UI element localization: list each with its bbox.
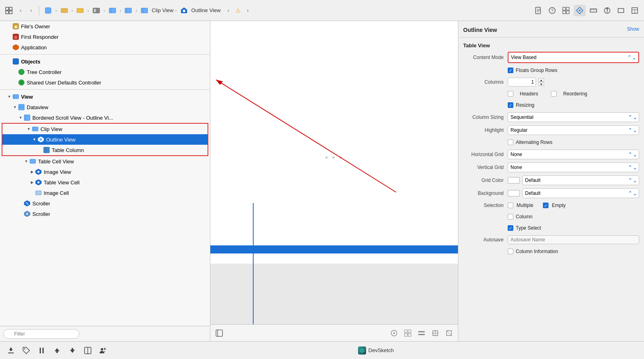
tree-item-table-column[interactable]: Table Column — [2, 145, 208, 155]
alternating-rows-checkbox[interactable] — [508, 139, 513, 145]
first-responder-icon: ◎ — [12, 33, 19, 40]
show-link[interactable]: Show — [627, 26, 639, 32]
breadcrumb-icon-1[interactable] — [42, 5, 54, 16]
bottom-people-icon[interactable] — [97, 344, 109, 357]
bottom-down-icon[interactable] — [66, 344, 78, 357]
breadcrumb-back[interactable]: ‹ — [224, 6, 233, 15]
background-label: Background — [463, 190, 508, 196]
columns-stepper[interactable]: ▲ ▼ — [538, 78, 544, 86]
tree-item-outline-view[interactable]: ▼ Outline View — [2, 134, 208, 145]
svg-rect-5 — [61, 8, 68, 13]
column-checkbox[interactable] — [508, 214, 513, 220]
tree-item-dataview[interactable]: ▼ Dataview — [0, 102, 210, 112]
svg-rect-78 — [405, 330, 407, 333]
bordered-scroll-icon — [23, 114, 31, 121]
tree-item-image-cell[interactable]: Image Cell — [0, 188, 210, 198]
grid-color-select[interactable]: Default — [522, 175, 639, 185]
tree-item-scroller-1[interactable]: Scroller — [0, 198, 210, 209]
grid-icon[interactable] — [3, 5, 15, 16]
tab-attributes-icon[interactable] — [574, 5, 586, 16]
tree-item-table-cell-view[interactable]: ▼ Table Cell View — [0, 156, 210, 167]
empty-checkbox[interactable]: ✓ — [543, 203, 549, 208]
breadcrumb-outline-icon[interactable] — [178, 5, 190, 16]
breadcrumb-clip-icon[interactable] — [139, 5, 150, 16]
tree-item-shared-user[interactable]: Shared User Defaults Controller — [0, 77, 210, 88]
headers-label: Headers — [520, 91, 538, 97]
tab-help-icon[interactable]: ? — [546, 5, 558, 16]
tree-item-view[interactable]: ▼ View — [0, 91, 210, 102]
bottom-download-icon[interactable] — [5, 344, 17, 357]
canvas-recenter-icon[interactable] — [388, 327, 400, 339]
highlight-select[interactable]: Regular Source List — [508, 125, 639, 135]
bottom-split-icon[interactable] — [82, 344, 94, 357]
tree-item-files-owner[interactable]: ▣ File's Owner — [0, 21, 210, 32]
bottom-up-icon[interactable] — [51, 344, 63, 357]
breadcrumb-clipview: Clip View — [152, 7, 174, 13]
grid-color-swatch[interactable] — [508, 177, 520, 184]
background-select[interactable]: Default — [522, 188, 639, 198]
background-swatch[interactable] — [508, 190, 520, 196]
warning-icon[interactable]: ⚠ — [233, 6, 242, 15]
tab-ruler-icon[interactable] — [587, 5, 600, 16]
tree-item-scroller-2[interactable]: Scroller — [0, 209, 210, 219]
back-button[interactable]: ‹ — [16, 6, 25, 15]
tree-item-objects[interactable]: Objects — [0, 56, 210, 67]
bottom-tag-icon[interactable] — [20, 344, 32, 357]
tree-item-image-view[interactable]: ▶ Image View — [0, 167, 210, 177]
tree-area: ▣ File's Owner ◎ First Responder — [0, 21, 210, 326]
headers-checkbox[interactable] — [508, 91, 513, 97]
scroller-1-icon — [23, 200, 31, 207]
tree-item-clip-view[interactable]: ▼ Clip View — [2, 124, 208, 134]
tree-item-first-responder[interactable]: ◎ First Responder — [0, 32, 210, 42]
tree-item-application[interactable]: Application — [0, 42, 210, 53]
autosave-input[interactable] — [508, 235, 639, 244]
tab-rect-icon[interactable] — [615, 5, 627, 16]
svg-rect-74 — [216, 330, 222, 336]
vertical-grid-select[interactable]: None Solid Dashed — [508, 163, 639, 172]
canvas-frame-icon[interactable] — [430, 327, 441, 339]
columns-down[interactable]: ▼ — [538, 82, 544, 86]
multiple-checkbox[interactable] — [508, 203, 513, 208]
tree-item-table-view-cell[interactable]: ▶ Table View Cell — [0, 177, 210, 188]
scroller-1-label: Scroller — [32, 201, 50, 207]
tree-item-bordered-scroll[interactable]: ▼ Bordered Scroll View - Outline Vi... — [0, 112, 210, 123]
column-information-checkbox[interactable] — [508, 249, 513, 254]
canvas-align-icon[interactable] — [416, 327, 427, 339]
filter-input[interactable] — [3, 329, 79, 339]
content-mode-select[interactable]: View Based Cell Based — [508, 53, 638, 62]
breadcrumb-forward[interactable]: › — [243, 6, 252, 15]
autosave-row: Autosave — [458, 234, 644, 246]
table-column-label: Table Column — [52, 147, 84, 153]
columns-up[interactable]: ▲ — [538, 78, 544, 82]
canvas-transform-icon[interactable] — [443, 327, 455, 339]
tab-layout-icon[interactable] — [629, 5, 641, 16]
breadcrumb-icon-6[interactable] — [123, 5, 134, 16]
column-sizing-select[interactable]: Sequential First Column Only Last Column… — [508, 112, 639, 122]
tab-file-icon[interactable] — [532, 5, 544, 16]
tab-arrow-icon[interactable] — [601, 5, 613, 16]
table-view-section-title: Table View — [458, 39, 644, 50]
columns-input[interactable] — [508, 78, 536, 87]
breadcrumb-icon-2[interactable] — [59, 5, 70, 16]
breadcrumb-icon-5[interactable] — [107, 5, 118, 16]
canvas-sidebar-icon[interactable] — [214, 327, 225, 339]
tab-grid-icon[interactable] — [560, 5, 572, 16]
forward-button[interactable]: › — [27, 6, 36, 15]
breadcrumb-icon-3[interactable] — [74, 5, 86, 16]
resizing-checkbox[interactable]: ✓ — [508, 102, 513, 108]
table-view-cell-label: Table View Cell — [44, 180, 80, 186]
canvas-grid-icon[interactable] — [402, 327, 413, 339]
breadcrumb-icon-4[interactable] — [91, 5, 102, 16]
bottom-pause-icon[interactable] — [36, 344, 48, 357]
type-select-checkbox[interactable]: ✓ — [508, 225, 513, 231]
tree-item-tree-controller[interactable]: Tree Controller — [0, 67, 210, 77]
horizontal-grid-select[interactable]: None Solid Dashed — [508, 150, 639, 159]
reordering-checkbox[interactable] — [551, 91, 557, 97]
reordering-label: Reordering — [563, 91, 587, 97]
floats-group-rows-checkbox[interactable]: ✓ — [508, 68, 513, 73]
svg-point-46 — [19, 69, 24, 75]
svg-text:▣: ▣ — [14, 25, 18, 29]
svg-rect-36 — [618, 8, 624, 13]
devsketch-text: DevSketch — [369, 347, 394, 353]
svg-point-59 — [40, 138, 42, 141]
